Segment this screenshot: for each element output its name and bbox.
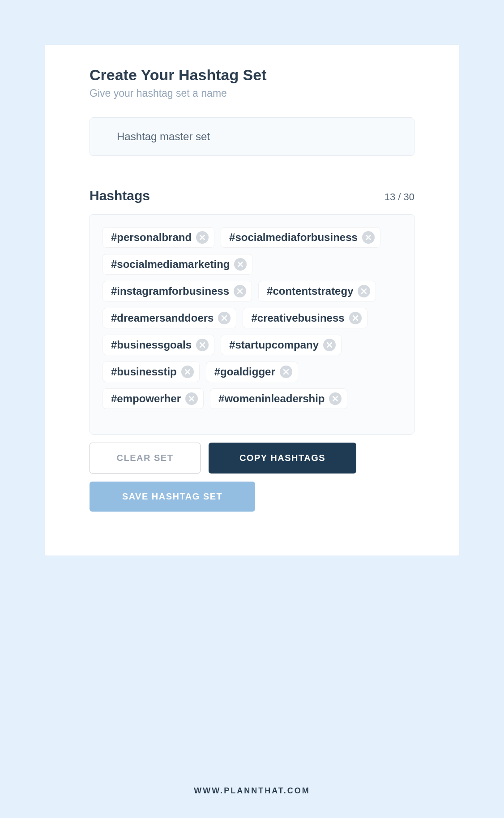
- name-input-wrapper: [90, 117, 414, 156]
- remove-hashtag-button[interactable]: [234, 285, 246, 297]
- remove-hashtag-button[interactable]: [358, 285, 370, 297]
- hashtag-text: #socialmediamarketing: [111, 258, 230, 271]
- hashtag-text: #instagramforbusiness: [111, 285, 229, 297]
- close-icon: [189, 396, 194, 401]
- close-icon: [283, 369, 289, 375]
- hashtag-text: #empowerher: [111, 392, 181, 405]
- hashtag-chip: #startupcompany: [221, 335, 342, 355]
- close-icon: [222, 315, 227, 321]
- hashtag-chip: #personalbrand: [103, 227, 214, 248]
- hashtag-text: #dreamersanddoers: [111, 312, 214, 324]
- hashtag-text: #socialmediaforbusiness: [229, 231, 358, 244]
- hashtag-chip: #goaldigger: [206, 362, 298, 382]
- hashtag-text: #creativebusiness: [251, 312, 344, 324]
- hashtag-chip: #womeninleadership: [210, 388, 347, 409]
- hashtag-chip: #dreamersanddoers: [103, 308, 236, 328]
- close-icon: [366, 235, 371, 240]
- close-icon: [361, 288, 367, 294]
- clear-set-button[interactable]: CLEAR SET: [90, 443, 201, 474]
- hashtag-set-name-input[interactable]: [117, 130, 387, 143]
- close-icon: [333, 396, 338, 401]
- hashtags-container[interactable]: #personalbrand#socialmediaforbusiness#so…: [90, 214, 414, 435]
- page-title: Create Your Hashtag Set: [90, 66, 414, 84]
- hashtag-chip: #businessgoals: [103, 335, 214, 355]
- remove-hashtag-button[interactable]: [349, 312, 362, 324]
- hashtag-chip: #socialmediamarketing: [103, 254, 252, 275]
- hashtag-text: #goaldigger: [214, 366, 275, 378]
- page-subtitle: Give your hashtag set a name: [90, 87, 414, 99]
- hashtag-text: #startupcompany: [229, 339, 319, 351]
- close-icon: [327, 342, 332, 348]
- hashtags-header: Hashtags 13 / 30: [90, 188, 414, 203]
- hashtag-chip: #socialmediaforbusiness: [221, 227, 380, 248]
- remove-hashtag-button[interactable]: [181, 366, 194, 378]
- hashtag-text: #contentstrategy: [267, 285, 353, 297]
- close-icon: [200, 342, 205, 348]
- hashtags-count: 13 / 30: [384, 191, 414, 203]
- save-button-row: SAVE HASHTAG SET: [90, 482, 414, 512]
- hashtag-chip: #instagramforbusiness: [103, 281, 252, 301]
- hashtag-chip: #businesstip: [103, 362, 200, 382]
- close-icon: [200, 235, 205, 240]
- hashtags-title: Hashtags: [90, 188, 150, 203]
- remove-hashtag-button[interactable]: [323, 339, 336, 351]
- save-hashtag-set-button[interactable]: SAVE HASHTAG SET: [90, 482, 255, 512]
- remove-hashtag-button[interactable]: [362, 231, 375, 244]
- hashtag-text: #womeninleadership: [218, 392, 325, 405]
- hashtag-text: #personalbrand: [111, 231, 192, 244]
- remove-hashtag-button[interactable]: [185, 392, 198, 405]
- close-icon: [238, 262, 243, 267]
- remove-hashtag-button[interactable]: [196, 231, 209, 244]
- hashtag-text: #businessgoals: [111, 339, 192, 351]
- close-icon: [237, 288, 243, 294]
- copy-hashtags-button[interactable]: COPY HASHTAGS: [209, 443, 356, 474]
- remove-hashtag-button[interactable]: [234, 258, 247, 271]
- remove-hashtag-button[interactable]: [280, 366, 292, 378]
- hashtag-set-card: Create Your Hashtag Set Give your hashta…: [45, 45, 459, 555]
- remove-hashtag-button[interactable]: [196, 339, 209, 351]
- hashtag-text: #businesstip: [111, 366, 177, 378]
- remove-hashtag-button[interactable]: [329, 392, 342, 405]
- close-icon: [185, 369, 190, 375]
- footer-url: WWW.PLANNTHAT.COM: [0, 786, 504, 796]
- close-icon: [353, 315, 358, 321]
- hashtag-chip: #empowerher: [103, 388, 204, 409]
- action-button-row: CLEAR SET COPY HASHTAGS: [90, 443, 414, 474]
- remove-hashtag-button[interactable]: [218, 312, 231, 324]
- hashtag-chip: #contentstrategy: [258, 281, 376, 301]
- hashtag-chip: #creativebusiness: [243, 308, 367, 328]
